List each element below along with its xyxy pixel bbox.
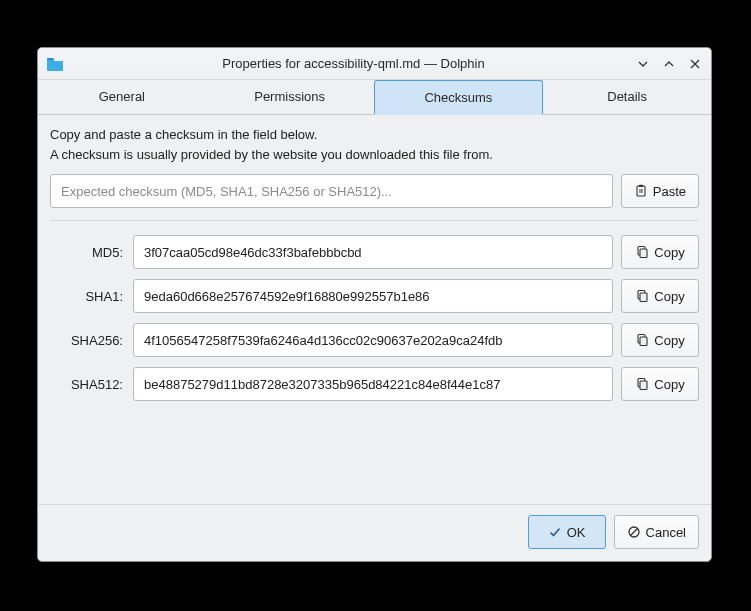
copy-md5-button[interactable]: Copy [621,235,699,269]
tab-bar: General Permissions Checksums Details [38,80,711,115]
tab-general[interactable]: General [38,80,206,114]
paste-label: Paste [653,184,686,199]
svg-rect-9 [640,381,647,390]
svg-rect-3 [640,249,647,258]
sha512-label: SHA512: [50,377,125,392]
tab-permissions[interactable]: Permissions [206,80,374,114]
tab-checksums[interactable]: Checksums [374,80,544,115]
sha256-value[interactable] [133,323,613,357]
copy-sha512-button[interactable]: Copy [621,367,699,401]
tab-details[interactable]: Details [543,80,711,114]
window-title: Properties for accessibility-qml.md — Do… [72,56,635,71]
expected-checksum-input[interactable] [50,174,613,208]
ok-label: OK [567,525,586,540]
cancel-icon [627,525,641,539]
clipboard-paste-icon [634,184,648,198]
sha512-value[interactable] [133,367,613,401]
intro-text: Copy and paste a checksum in the field b… [50,125,699,164]
close-button[interactable] [687,56,703,72]
copy-label: Copy [654,333,684,348]
sha256-label: SHA256: [50,333,125,348]
checkmark-icon [548,525,562,539]
sha1-label: SHA1: [50,289,125,304]
copy-icon [635,245,649,259]
copy-icon [635,377,649,391]
separator [50,220,699,221]
svg-rect-7 [640,337,647,346]
ok-button[interactable]: OK [528,515,606,549]
copy-icon [635,333,649,347]
copy-sha256-button[interactable]: Copy [621,323,699,357]
svg-rect-0 [637,186,645,196]
intro-line1: Copy and paste a checksum in the field b… [50,125,699,145]
md5-label: MD5: [50,245,125,260]
md5-value[interactable] [133,235,613,269]
window-controls [635,56,703,72]
folder-icon [46,56,64,71]
minimize-button[interactable] [635,56,651,72]
cancel-label: Cancel [646,525,686,540]
paste-button[interactable]: Paste [621,174,699,208]
intro-line2: A checksum is usually provided by the we… [50,145,699,165]
cancel-button[interactable]: Cancel [614,515,699,549]
copy-label: Copy [654,245,684,260]
copy-sha1-button[interactable]: Copy [621,279,699,313]
copy-icon [635,289,649,303]
properties-dialog: Properties for accessibility-qml.md — Do… [37,47,712,562]
svg-rect-1 [639,185,643,187]
maximize-button[interactable] [661,56,677,72]
copy-label: Copy [654,289,684,304]
svg-rect-5 [640,293,647,302]
sha1-value[interactable] [133,279,613,313]
checksums-panel: Copy and paste a checksum in the field b… [38,115,711,504]
copy-label: Copy [654,377,684,392]
dialog-footer: OK Cancel [38,504,711,561]
titlebar: Properties for accessibility-qml.md — Do… [38,48,711,80]
